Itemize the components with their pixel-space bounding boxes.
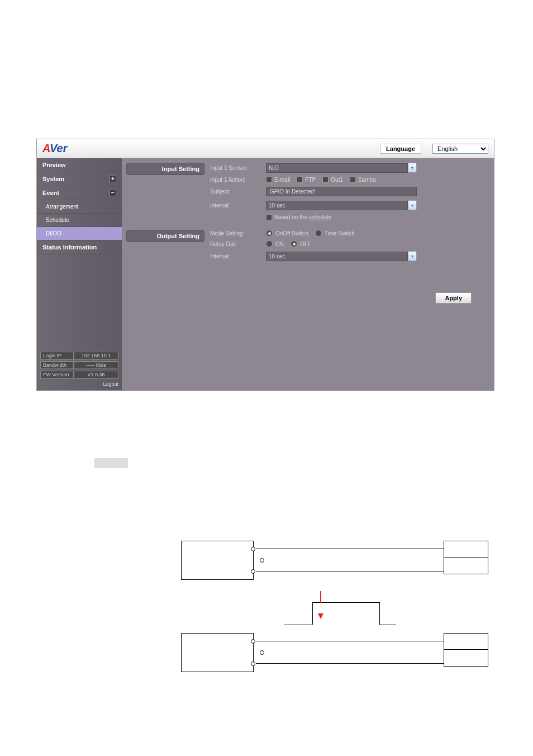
- relay-diagram-2: [181, 633, 494, 672]
- subject-label: Subject:: [210, 188, 266, 195]
- relay-out-label: Relay Out:: [210, 241, 266, 247]
- highlight-box: [94, 458, 128, 468]
- relay-diagram-1: [181, 541, 494, 580]
- input-setting-title: Input Setting: [126, 163, 204, 175]
- ftp-checkbox[interactable]: [297, 177, 303, 183]
- relay-off-radio[interactable]: [291, 240, 297, 247]
- logout-link[interactable]: Logout: [40, 380, 118, 387]
- onoff-switch-radio[interactable]: [266, 230, 273, 237]
- fw-version-value: V1.0.36: [74, 371, 118, 379]
- diagram-right-box: [444, 541, 488, 574]
- pulse-waveform: [284, 602, 396, 627]
- sidebar-item-arrangement[interactable]: Arrangement: [37, 200, 122, 214]
- language-label: Language: [380, 144, 421, 154]
- login-ip-value: 192.168.10.1: [74, 352, 118, 360]
- bandwidth-value: ----- Kb/s: [74, 361, 118, 369]
- input-sensor-label: Input 1 Sensor:: [210, 165, 266, 171]
- sidebar-item-schedule[interactable]: Schedule: [37, 214, 122, 227]
- sidebar-item-event[interactable]: Event −: [37, 186, 122, 200]
- subject-input[interactable]: [266, 187, 417, 196]
- schedule-checkbox[interactable]: [266, 214, 272, 220]
- time-switch-radio[interactable]: [315, 230, 322, 237]
- language-select[interactable]: English: [432, 144, 488, 154]
- output-setting-title: Output Setting: [126, 230, 204, 242]
- main-panel: Input Setting Input 1 Sensor: ▾ Input 1 …: [122, 158, 494, 390]
- arrow-line: [320, 591, 321, 603]
- sidebar: Preview System + Event − Arrangement Sch…: [37, 158, 122, 390]
- chevron-down-icon[interactable]: ▾: [408, 251, 417, 261]
- plus-icon: +: [110, 176, 116, 182]
- fw-version-label: FW Version: [40, 371, 74, 379]
- schedule-link[interactable]: schedule: [309, 214, 331, 220]
- relay-on-radio[interactable]: [266, 240, 273, 247]
- input-interval-label: Interval:: [210, 202, 266, 209]
- sidebar-item-preview[interactable]: Preview: [37, 158, 122, 172]
- output-interval-label: Interval:: [210, 253, 266, 259]
- sidebar-item-status[interactable]: Status Information: [37, 240, 122, 254]
- samba-checkbox[interactable]: [350, 177, 356, 183]
- arrow-down-icon: [318, 613, 323, 619]
- app-window: AVer Language English Preview System + E…: [36, 139, 494, 391]
- chevron-down-icon[interactable]: ▾: [408, 163, 417, 173]
- sidebar-info-panel: Login IP 192.168.10.1 Bandwidth ----- Kb…: [40, 352, 118, 387]
- out1-checkbox[interactable]: [322, 177, 329, 183]
- apply-button[interactable]: Apply: [435, 292, 472, 304]
- logo: AVer: [42, 142, 68, 155]
- output-setting-section: Output Setting Mode Setting: OnOff Switc…: [126, 230, 489, 265]
- input-action-label: Input 1 Action:: [210, 177, 266, 183]
- email-checkbox[interactable]: [266, 177, 272, 183]
- diagram-left-box: [181, 541, 254, 580]
- login-ip-label: Login IP: [40, 352, 74, 360]
- input-interval-select[interactable]: [266, 201, 408, 210]
- diagram-area: [94, 458, 494, 672]
- chevron-down-icon[interactable]: ▾: [408, 200, 417, 210]
- sidebar-item-system[interactable]: System +: [37, 172, 122, 186]
- diagram-left-box: [181, 633, 254, 672]
- bandwidth-label: Bandwidth: [40, 361, 74, 369]
- top-bar: AVer Language English: [37, 139, 494, 158]
- sidebar-item-dido[interactable]: DI/DO: [37, 227, 122, 240]
- output-interval-select[interactable]: [266, 252, 408, 261]
- mode-setting-label: Mode Setting:: [210, 230, 266, 237]
- input-sensor-select[interactable]: [266, 163, 408, 173]
- diagram-right-box: [444, 633, 488, 667]
- minus-icon: −: [110, 190, 116, 196]
- input-setting-section: Input Setting Input 1 Sensor: ▾ Input 1 …: [126, 163, 489, 224]
